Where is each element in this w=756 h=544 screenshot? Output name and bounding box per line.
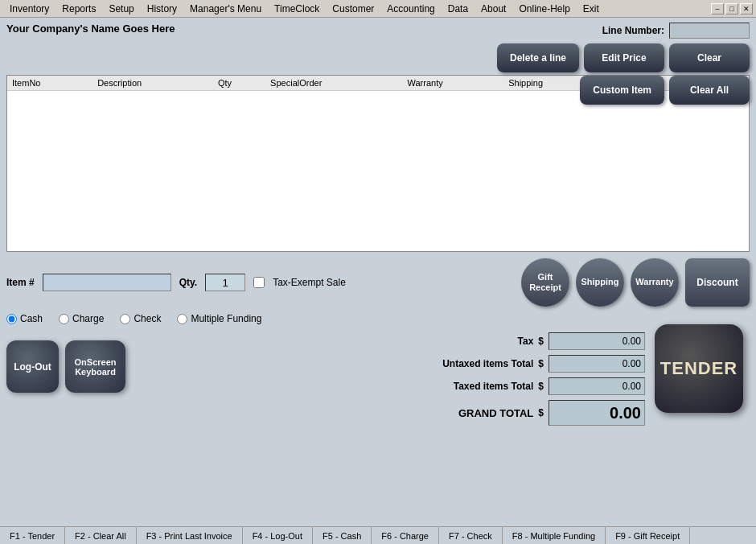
clear-all-button[interactable]: Clear All — [669, 76, 750, 105]
menu-setup[interactable]: Setup — [102, 2, 140, 16]
payment-check-label: Check — [134, 313, 161, 324]
tax-dollar-sign: $ — [538, 336, 544, 347]
minimize-button[interactable]: – — [711, 3, 724, 14]
grand-total-value[interactable] — [549, 400, 645, 426]
menu-inventory[interactable]: Inventory — [3, 2, 55, 16]
taxed-row: Taxed items Total $ — [339, 377, 645, 395]
custom-item-button[interactable]: Custom Item — [580, 76, 664, 105]
maximize-button[interactable]: □ — [725, 3, 738, 14]
warranty-button[interactable]: Warranty — [631, 258, 679, 307]
tax-row: Tax $ — [339, 332, 645, 350]
close-button[interactable]: ✕ — [740, 3, 753, 14]
item-number-input[interactable] — [43, 274, 171, 291]
payment-charge-option[interactable]: Charge — [59, 313, 104, 324]
col-warranty: Warranty — [402, 76, 503, 91]
menu-online-help[interactable]: Online-Help — [512, 2, 576, 16]
status-f9[interactable]: F9 - Gift Receipt — [606, 527, 690, 544]
status-f8[interactable]: F8 - Multiple Funding — [503, 527, 606, 544]
col-description: Description — [92, 76, 213, 91]
menu-timeclock[interactable]: TimeClock — [268, 2, 326, 16]
tax-exempt-checkbox[interactable] — [253, 277, 265, 288]
untaxed-label: Untaxed items Total — [405, 358, 533, 369]
grand-total-dollar-sign: $ — [538, 407, 544, 418]
action-buttons-group: GiftReceipt Shipping Warranty Discount — [521, 258, 750, 307]
col-qty: Qty — [213, 76, 265, 91]
status-f4[interactable]: F4 - Log-Out — [243, 527, 313, 544]
payment-charge-label: Charge — [72, 313, 104, 324]
menu-data[interactable]: Data — [442, 2, 475, 16]
clear-button[interactable]: Clear — [669, 43, 750, 72]
menu-history[interactable]: History — [141, 2, 183, 16]
qty-label: Qty. — [179, 277, 197, 288]
item-number-label: Item # — [6, 277, 35, 288]
button-row-2: Custom Item Clear All — [580, 76, 750, 105]
tax-label: Tax — [405, 336, 533, 347]
grand-total-row: GRAND TOTAL $ — [339, 400, 645, 426]
tax-exempt-label: Tax-Exempt Sale — [273, 277, 346, 288]
status-f3[interactable]: F3 - Print Last Invoice — [137, 527, 243, 544]
menu-bar: Inventory Reports Setup History Manager'… — [0, 0, 756, 18]
discount-button[interactable]: Discount — [685, 258, 750, 307]
col-specialorder: SpecialOrder — [265, 76, 402, 91]
payment-multiple-label: Multiple Funding — [191, 313, 261, 324]
payment-cash-option[interactable]: Cash — [6, 313, 43, 324]
item-entry-row: Item # Qty. Tax-Exempt Sale GiftReceipt … — [6, 258, 750, 307]
delete-line-button[interactable]: Delete a line — [497, 43, 579, 72]
status-f1[interactable]: F1 - Tender — [0, 527, 65, 544]
tender-button[interactable]: TENDER — [655, 324, 743, 413]
payment-cash-label: Cash — [20, 313, 43, 324]
logout-button[interactable]: Log-Out — [6, 340, 59, 393]
line-number-section: Line Number: — [602, 23, 750, 39]
payment-check-radio[interactable] — [120, 314, 130, 324]
col-itemno: ItemNo — [7, 76, 92, 91]
untaxed-dollar-sign: $ — [538, 358, 544, 369]
payment-charge-radio[interactable] — [59, 314, 69, 324]
status-f6[interactable]: F6 - Charge — [372, 527, 439, 544]
bottom-section: Log-Out OnScreenKeyboard Tax $ Untaxed i… — [6, 332, 750, 445]
untaxed-row: Untaxed items Total $ — [339, 355, 645, 373]
status-bar: F1 - Tender F2 - Clear All F3 - Print La… — [0, 526, 756, 544]
shipping-button[interactable]: Shipping — [576, 258, 624, 307]
menu-reports[interactable]: Reports — [55, 2, 102, 16]
totals-area: Tax $ Untaxed items Total $ Taxed items … — [339, 332, 645, 431]
status-f5[interactable]: F5 - Cash — [313, 527, 372, 544]
payment-check-option[interactable]: Check — [120, 313, 161, 324]
tax-value[interactable] — [549, 332, 645, 350]
status-f7[interactable]: F7 - Check — [439, 527, 503, 544]
payment-options-row: Cash Charge Check Multiple Funding — [6, 313, 750, 324]
gift-receipt-button[interactable]: GiftReceipt — [521, 258, 569, 307]
menu-accounting[interactable]: Accounting — [380, 2, 441, 16]
payment-multiple-radio[interactable] — [177, 314, 187, 324]
menu-managers-menu[interactable]: Manager's Menu — [183, 2, 268, 16]
taxed-value[interactable] — [549, 377, 645, 395]
payment-multiple-option[interactable]: Multiple Funding — [177, 313, 261, 324]
window-controls: – □ ✕ — [711, 3, 753, 14]
taxed-dollar-sign: $ — [538, 381, 544, 392]
line-number-label: Line Number: — [602, 25, 664, 36]
status-f2[interactable]: F2 - Clear All — [65, 527, 137, 544]
taxed-label: Taxed items Total — [405, 381, 533, 392]
top-right-controls: Line Number: Delete a line Edit Price Cl… — [497, 23, 750, 105]
button-row-1: Delete a line Edit Price Clear — [497, 43, 750, 72]
onscreen-keyboard-button[interactable]: OnScreenKeyboard — [65, 340, 125, 393]
payment-cash-radio[interactable] — [6, 314, 17, 324]
menu-exit[interactable]: Exit — [577, 2, 606, 16]
edit-price-button[interactable]: Edit Price — [584, 43, 664, 72]
menu-about[interactable]: About — [475, 2, 512, 16]
left-action-buttons: Log-Out OnScreenKeyboard — [6, 340, 125, 393]
untaxed-value[interactable] — [549, 355, 645, 373]
line-number-input[interactable] — [669, 23, 750, 39]
grand-total-label: GRAND TOTAL — [405, 407, 533, 419]
menu-customer[interactable]: Customer — [326, 2, 380, 16]
qty-input[interactable] — [205, 274, 245, 291]
main-area: Your Company's Name Goes Here Line Numbe… — [0, 18, 756, 526]
